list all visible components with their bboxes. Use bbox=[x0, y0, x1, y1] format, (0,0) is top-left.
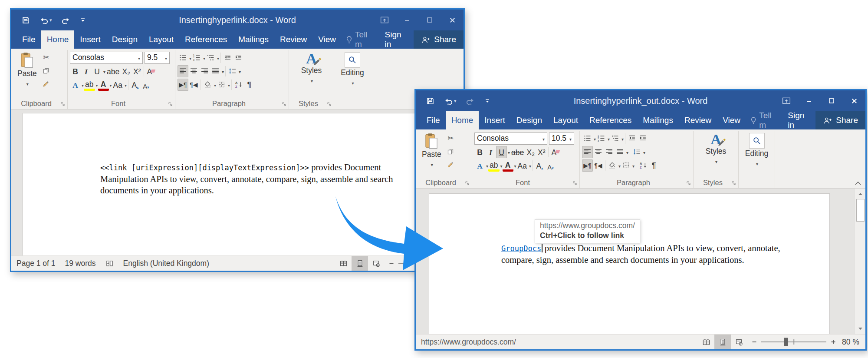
bullets-caret[interactable] bbox=[593, 135, 596, 143]
web-layout-button[interactable] bbox=[731, 335, 747, 349]
shading-button[interactable] bbox=[202, 79, 213, 91]
superscript-button[interactable]: X² bbox=[536, 146, 547, 158]
numbering-button[interactable]: 123 bbox=[191, 52, 202, 64]
tab-review[interactable]: Review bbox=[679, 111, 717, 129]
text-highlight-button[interactable]: ab bbox=[84, 79, 95, 91]
tab-layout[interactable]: Layout bbox=[143, 30, 179, 49]
tab-view[interactable]: View bbox=[717, 111, 746, 129]
bold-button[interactable]: B bbox=[70, 65, 81, 77]
maximize-button[interactable] bbox=[418, 10, 441, 30]
font-size-combo[interactable]: 9.5 bbox=[145, 52, 170, 64]
tell-me-button[interactable]: Tell m bbox=[342, 30, 379, 49]
tab-design[interactable]: Design bbox=[106, 30, 143, 49]
justify-button[interactable] bbox=[615, 146, 625, 158]
font-color-button[interactable]: A bbox=[503, 159, 513, 172]
bullets-button[interactable] bbox=[582, 133, 593, 145]
paste-button[interactable]: Paste bbox=[13, 51, 41, 90]
numbering-caret[interactable] bbox=[607, 135, 610, 143]
align-left-button[interactable] bbox=[178, 65, 188, 77]
sign-in-button[interactable]: Sign in bbox=[783, 111, 815, 129]
align-right-button[interactable] bbox=[604, 146, 615, 158]
document-paragraph[interactable]: GroupDocs provides Document Manipulation… bbox=[501, 242, 805, 265]
vertical-scrollbar[interactable] bbox=[855, 189, 865, 334]
strikethrough-button[interactable]: abe bbox=[510, 146, 525, 158]
align-left-button[interactable] bbox=[582, 146, 593, 158]
copy-button[interactable] bbox=[41, 65, 52, 77]
font-size-caret[interactable] bbox=[164, 53, 167, 62]
tab-mailings[interactable]: Mailings bbox=[233, 30, 274, 49]
tab-home[interactable]: Home bbox=[446, 111, 479, 129]
grow-font-button[interactable]: A bbox=[534, 159, 545, 172]
clear-formatting-button[interactable]: A bbox=[145, 65, 156, 77]
font-name-caret[interactable] bbox=[542, 134, 545, 143]
justify-caret[interactable] bbox=[625, 148, 628, 156]
borders-button[interactable] bbox=[621, 159, 631, 172]
font-color-caret[interactable] bbox=[109, 81, 112, 89]
clipboard-dialog-launcher[interactable] bbox=[465, 181, 470, 186]
document-paragraph[interactable]: <<link [uriExpression][displayTextExpres… bbox=[100, 162, 400, 196]
change-case-button[interactable]: Aa bbox=[112, 79, 124, 91]
shrink-font-button[interactable]: A bbox=[545, 159, 556, 172]
groupdocs-hyperlink[interactable]: GroupDocs bbox=[501, 244, 541, 253]
zoom-out-button[interactable] bbox=[385, 256, 398, 271]
zoom-level[interactable]: 80 % bbox=[840, 335, 865, 349]
customize-qat-button[interactable] bbox=[80, 17, 86, 23]
font-name-combo[interactable]: Consolas bbox=[474, 133, 547, 145]
minimize-button[interactable] bbox=[396, 10, 418, 30]
underline-caret[interactable] bbox=[102, 67, 105, 75]
page-indicator[interactable]: Page 1 of 1 bbox=[16, 259, 56, 268]
save-button[interactable] bbox=[426, 97, 434, 105]
zoom-slider[interactable] bbox=[761, 335, 826, 349]
highlight-caret[interactable] bbox=[95, 81, 98, 89]
tell-me-button[interactable]: Tell m bbox=[746, 111, 783, 129]
ltr-text-direction-button[interactable]: ▶¶ bbox=[582, 159, 593, 172]
justify-caret[interactable] bbox=[221, 67, 224, 75]
tab-insert[interactable]: Insert bbox=[74, 30, 106, 49]
shading-button[interactable] bbox=[607, 159, 618, 172]
multilevel-list-caret[interactable] bbox=[621, 135, 624, 143]
numbering-caret[interactable] bbox=[202, 54, 205, 62]
justify-button[interactable] bbox=[210, 65, 221, 77]
line-spacing-button[interactable] bbox=[631, 146, 642, 158]
multilevel-list-caret[interactable] bbox=[216, 54, 219, 62]
align-center-button[interactable] bbox=[188, 65, 199, 77]
editing-button[interactable]: Editing bbox=[336, 51, 368, 87]
editing-caret[interactable] bbox=[351, 78, 354, 87]
subscript-button[interactable]: X₂ bbox=[525, 146, 536, 158]
ribbon-display-options-button[interactable] bbox=[775, 90, 798, 111]
share-button[interactable]: Share bbox=[815, 111, 865, 129]
grow-font-button[interactable]: A bbox=[130, 79, 141, 91]
proofing-status-icon[interactable] bbox=[105, 259, 114, 268]
clipboard-dialog-launcher[interactable] bbox=[60, 102, 66, 107]
italic-button[interactable]: I bbox=[81, 65, 92, 77]
styles-caret[interactable] bbox=[310, 76, 313, 85]
zoom-in-button[interactable] bbox=[826, 335, 840, 349]
tab-review[interactable]: Review bbox=[274, 30, 312, 49]
tab-design[interactable]: Design bbox=[511, 111, 548, 129]
format-painter-button[interactable] bbox=[41, 78, 52, 90]
multilevel-list-button[interactable] bbox=[610, 133, 621, 145]
styles-button[interactable]: A Styles bbox=[696, 132, 736, 166]
print-layout-button[interactable] bbox=[352, 256, 368, 271]
language-indicator[interactable]: English (United Kingdom) bbox=[123, 259, 209, 268]
bullets-button[interactable] bbox=[178, 52, 188, 64]
scrollbar-thumb[interactable] bbox=[856, 199, 865, 222]
align-right-button[interactable] bbox=[199, 65, 210, 77]
paste-button[interactable]: Paste bbox=[418, 132, 445, 171]
collapse-ribbon-button[interactable] bbox=[855, 181, 861, 186]
maximize-button[interactable] bbox=[820, 90, 843, 111]
font-color-caret[interactable] bbox=[513, 162, 516, 169]
subscript-button[interactable]: X₂ bbox=[121, 65, 132, 77]
tab-mailings[interactable]: Mailings bbox=[637, 111, 679, 129]
tab-insert[interactable]: Insert bbox=[479, 111, 511, 129]
highlight-caret[interactable] bbox=[500, 162, 503, 169]
align-center-button[interactable] bbox=[593, 146, 604, 158]
customize-qat-button[interactable] bbox=[484, 98, 490, 104]
bullets-caret[interactable] bbox=[188, 54, 191, 62]
italic-button[interactable]: I bbox=[485, 146, 496, 158]
strikethrough-button[interactable]: abe bbox=[105, 65, 121, 77]
close-button[interactable] bbox=[441, 10, 464, 30]
borders-caret[interactable] bbox=[227, 81, 230, 89]
text-effects-caret[interactable] bbox=[81, 81, 84, 89]
scroll-down-button[interactable] bbox=[855, 324, 865, 334]
